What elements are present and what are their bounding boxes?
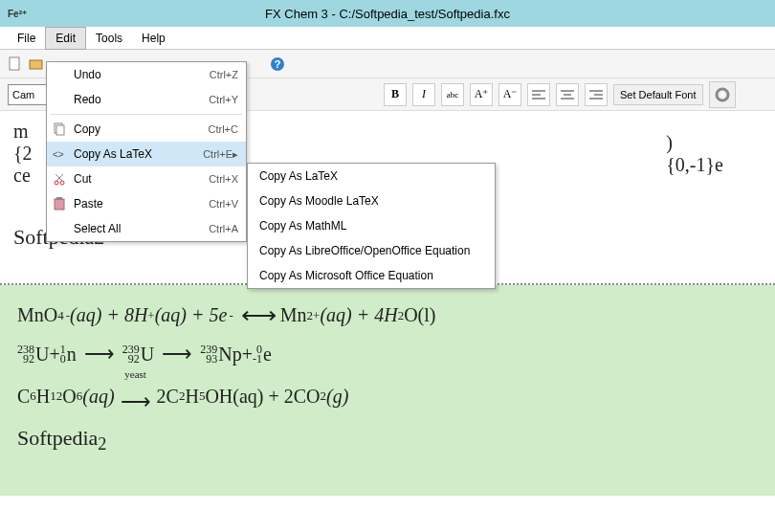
t: 2C: [157, 386, 179, 408]
submenu-libreoffice[interactable]: Copy As LibreOffice/OpenOffice Equation: [248, 238, 495, 263]
t: O: [62, 386, 76, 408]
new-icon[interactable]: [8, 56, 23, 72]
text: m: [13, 121, 29, 142]
svg-point-19: [60, 181, 64, 185]
shortcut: Ctrl+Z: [210, 69, 238, 80]
t: e: [263, 344, 272, 366]
menu-edit[interactable]: Edit: [45, 27, 86, 50]
equation-1: MnO4-(aq) + 8H+(aq) + 5e- ⟷ Mn2+(aq) + 4…: [17, 300, 758, 330]
text: {0,-1}e: [666, 154, 723, 175]
equation-3: C6H12O6(aq) yeast⟶ 2C2H5OH(aq) + 2CO2(g): [17, 378, 758, 414]
svg-line-21: [55, 174, 62, 181]
editor-text: m {2 ce: [13, 121, 33, 187]
isotope: 10: [60, 344, 66, 364]
equilibrium-arrow-icon: ⟷: [241, 300, 273, 330]
preview-softpedia: Softpedia2: [17, 426, 758, 454]
menu-copy-as-latex[interactable]: <>Copy As LaTeXCtrl+E▸: [47, 142, 246, 166]
edit-dropdown: UndoCtrl+Z RedoCtrl+Y CopyCtrl+C <>Copy …: [46, 61, 247, 242]
font-name: Cam: [12, 89, 34, 100]
t: O(l): [404, 304, 435, 326]
text: ce: [13, 165, 31, 186]
t: U: [141, 344, 154, 366]
open-icon[interactable]: [29, 56, 44, 72]
font-increase-button[interactable]: A⁺: [470, 83, 493, 106]
app-icon: Fe²⁺: [8, 9, 27, 19]
label: Redo: [74, 93, 101, 106]
shortcut: Ctrl+Y: [209, 94, 238, 105]
cut-icon: [53, 172, 66, 186]
bold-button[interactable]: B: [384, 83, 407, 106]
separator: [51, 114, 242, 115]
equation-2: 23892U + 10n ⟶ 23992U ⟶ 23993Np + 0-1e: [17, 342, 758, 366]
t: +: [49, 344, 59, 366]
copy-icon: [53, 122, 66, 136]
shortcut: Ctrl+E▸: [203, 148, 238, 161]
submenu-msoffice[interactable]: Copy As Microsoft Office Equation: [248, 263, 495, 288]
label: Cut: [74, 172, 92, 186]
help-icon[interactable]: ?: [270, 56, 285, 72]
label: Select All: [74, 222, 121, 235]
menu-copy[interactable]: CopyCtrl+C: [47, 117, 246, 142]
t: +: [242, 344, 253, 366]
t: MnO: [17, 304, 57, 326]
label: Paste: [74, 197, 103, 211]
yeast-label: yeast: [124, 368, 146, 380]
svg-line-20: [56, 174, 63, 181]
t: C: [17, 386, 30, 408]
menu-help[interactable]: Help: [132, 28, 175, 49]
submenu-moodle[interactable]: Copy As Moodle LaTeX: [248, 188, 495, 213]
svg-rect-22: [55, 199, 64, 210]
shortcut: Ctrl+V: [209, 198, 238, 210]
code-icon: <>: [53, 147, 66, 161]
t: U: [35, 344, 49, 366]
isotope: 23992: [122, 344, 140, 364]
svg-point-18: [55, 181, 58, 185]
preview-pane: MnO4-(aq) + 8H+(aq) + 5e- ⟷ Mn2+(aq) + 4…: [0, 285, 775, 496]
label: Undo: [74, 68, 101, 81]
arrow-icon: ⟶: [162, 342, 192, 366]
svg-rect-16: [56, 125, 64, 135]
font-decrease-button[interactable]: A⁻: [498, 83, 521, 106]
t: (aq): [82, 386, 114, 408]
menu-file[interactable]: File: [8, 28, 45, 49]
titlebar: Fe²⁺ FX Chem 3 - C:/Softpedia_test/Softp…: [0, 0, 775, 27]
settings-button[interactable]: [709, 81, 736, 108]
editor-text-right: ) {0,-1}e: [666, 132, 762, 176]
arrow-icon: ⟶: [84, 342, 115, 366]
t: n: [67, 344, 77, 366]
submenu-latex[interactable]: Copy As LaTeX: [248, 164, 495, 188]
svg-rect-0: [10, 57, 19, 70]
t: (aq) + 4H: [320, 304, 397, 326]
italic-button[interactable]: I: [412, 83, 435, 106]
align-center-button[interactable]: [556, 83, 579, 106]
t: H: [36, 386, 50, 408]
label: Copy As LaTeX: [74, 147, 152, 161]
t: (aq) + 5e: [155, 304, 228, 326]
menu-select-all[interactable]: Select AllCtrl+A: [47, 216, 246, 241]
set-default-font-button[interactable]: Set Default Font: [613, 84, 703, 105]
content-area: UndoCtrl+Z RedoCtrl+Y CopyCtrl+C <>Copy …: [0, 111, 775, 496]
paste-icon: [53, 197, 66, 211]
isotope: 0-1: [253, 344, 262, 364]
text: ): [666, 132, 673, 153]
isotope: 23892: [17, 344, 34, 364]
menu-redo[interactable]: RedoCtrl+Y: [47, 87, 246, 112]
arrow-icon: ⟶: [121, 389, 151, 414]
menu-paste[interactable]: PasteCtrl+V: [47, 191, 246, 216]
menu-cut[interactable]: CutCtrl+X: [47, 166, 246, 191]
t: Np: [218, 344, 241, 366]
align-right-button[interactable]: [585, 83, 608, 106]
window-title: FX Chem 3 - C:/Softpedia_test/Softpedia.…: [265, 7, 510, 21]
svg-rect-23: [56, 197, 62, 200]
t: (g): [326, 386, 348, 408]
copy-as-submenu: Copy As LaTeX Copy As Moodle LaTeX Copy …: [247, 163, 496, 289]
align-left-button[interactable]: [527, 83, 550, 106]
submenu-mathml[interactable]: Copy As MathML: [248, 213, 495, 238]
menu-undo[interactable]: UndoCtrl+Z: [47, 62, 246, 87]
underline-button[interactable]: abc: [441, 83, 464, 106]
menubar: File Edit Tools Help: [0, 27, 775, 50]
t: (aq) + 8H: [70, 304, 147, 326]
svg-text:?: ?: [275, 58, 281, 70]
svg-point-14: [720, 93, 724, 97]
menu-tools[interactable]: Tools: [86, 28, 132, 49]
